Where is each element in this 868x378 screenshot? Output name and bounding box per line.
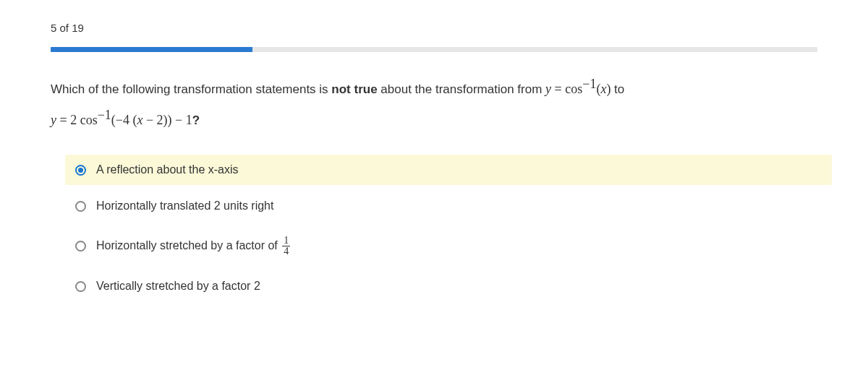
option-label: Horizontally stretched by a factor of 14 (96, 236, 290, 257)
radio-icon (75, 201, 86, 212)
radio-dot-icon (78, 168, 83, 173)
expr2-eq: = 2 (56, 113, 80, 127)
progress-fill (51, 47, 252, 52)
options-group: A reflection about the x-axis Horizontal… (65, 155, 832, 301)
question-to: to (610, 82, 624, 96)
radio-icon (75, 281, 86, 292)
progress-label: 5 of 19 (51, 22, 817, 34)
progress-bar (51, 47, 817, 52)
option-label-text: Horizontally stretched by a factor of (96, 239, 281, 252)
option-label: Vertically stretched by a factor 2 (96, 280, 260, 293)
fraction-num: 1 (282, 236, 290, 246)
radio-icon (75, 241, 86, 252)
expr1: y = cos−1(x) (545, 82, 610, 96)
fraction: 14 (282, 236, 290, 257)
radio-icon (75, 165, 86, 176)
expr1-eq: = (551, 82, 565, 96)
expr2-sup: −1 (98, 108, 111, 122)
question-prefix: Which of the following transformation st… (51, 82, 331, 96)
option-label: A reflection about the x-axis (96, 163, 239, 176)
expr2-cos: cos (80, 113, 98, 127)
question-middle: about the transformation from (378, 82, 545, 96)
fraction-den: 4 (282, 246, 290, 257)
option-a[interactable]: A reflection about the x-axis (65, 155, 832, 185)
option-c[interactable]: Horizontally stretched by a factor of 14 (65, 227, 832, 265)
expr2-y: y (51, 113, 56, 127)
expr1-sup: −1 (582, 77, 596, 91)
expr2-mid: − 2)) − 1 (142, 113, 192, 127)
option-label: Horizontally translated 2 units right (96, 199, 273, 212)
option-d[interactable]: Vertically stretched by a factor 2 (65, 271, 832, 301)
expr1-y: y (545, 82, 551, 96)
expr2-open: (−4 ( (111, 113, 137, 127)
question-qmark: ? (192, 113, 200, 127)
option-b[interactable]: Horizontally translated 2 units right (65, 191, 832, 221)
expr2: y = 2 cos−1(−4 (x − 2)) − 1 (51, 113, 192, 127)
question-text: Which of the following transformation st… (51, 71, 817, 133)
expr1-cos: cos (565, 82, 582, 96)
question-emphasis: not true (331, 82, 377, 96)
